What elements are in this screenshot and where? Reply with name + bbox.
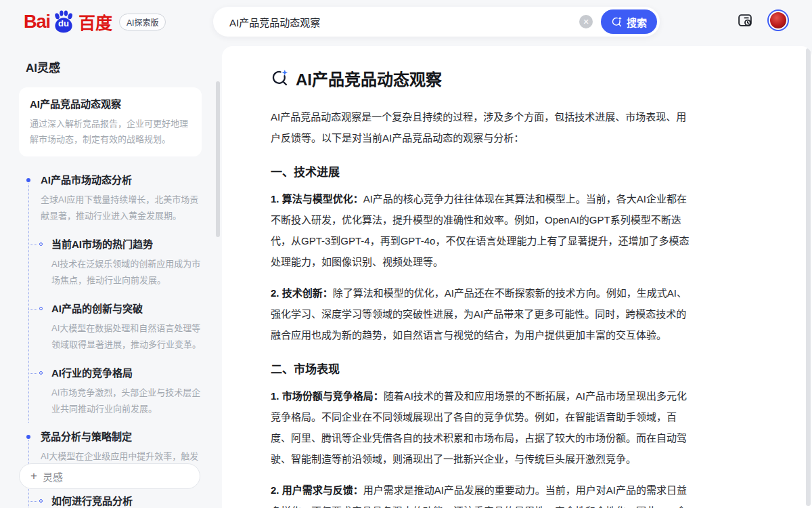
baidu-paw-icon: du	[51, 9, 76, 34]
bullet-hollow-icon	[39, 371, 43, 375]
avatar[interactable]	[767, 9, 789, 31]
sidebar-item-market-analysis[interactable]: AI产品市场动态分析 全球AI应用下载量持续增长，北美市场贡献显著，推动行业进入…	[19, 167, 202, 231]
node-title: 竞品分析与策略制定	[41, 429, 202, 444]
plus-icon: +	[30, 469, 37, 483]
add-inspiration-placeholder: 灵感	[43, 469, 63, 484]
tree-connector	[28, 309, 37, 310]
ai-search-sparkle-icon	[611, 16, 623, 28]
node-title: AI产品市场动态分析	[41, 173, 202, 188]
bullet-hollow-icon	[39, 499, 43, 503]
tree-connector	[28, 373, 37, 374]
header-tools	[736, 9, 789, 31]
search-button-label: 搜索	[627, 15, 647, 29]
sidebar-title: AI灵感	[26, 58, 202, 75]
tree-connector	[28, 245, 37, 245]
topbar: Bai du 百度 AI探索版 ✕ 搜索	[0, 0, 812, 43]
bullet-hollow-icon	[39, 242, 43, 246]
paragraph: 1. 算法与模型优化：AI产品的核心竞争力往往体现在其算法和模型上。当前，各大A…	[271, 188, 690, 272]
tree-connector	[28, 501, 37, 502]
bullet-hollow-icon	[39, 307, 43, 310]
node-desc: AI技术在泛娱乐领域的创新应用成为市场焦点，推动行业向前发展。	[51, 256, 202, 289]
clear-icon[interactable]: ✕	[579, 15, 593, 28]
article: AI产品竞品动态观察 AI产品竞品动态观察是一个复杂且持续的过程，涉及多个方面，…	[222, 46, 812, 508]
sidebar-item-innovation[interactable]: AI产品的创新与突破 AI大模型在数据处理和自然语言处理等领域取得显著进展，推动…	[39, 295, 202, 360]
bullet-filled-icon	[26, 178, 30, 182]
paragraph: 2. 技术创新：除了算法和模型的优化，AI产品还在不断探索新的技术方向。例如，生…	[271, 282, 690, 345]
sidebar-item-competition[interactable]: AI行业的竞争格局 AI市场竞争激烈，头部企业与技术层企业共同推动行业向前发展。	[39, 360, 202, 424]
paragraph-lead: 2. 用户需求与反馈：	[271, 484, 363, 496]
logo-text-cn: 百度	[78, 9, 112, 34]
paragraph-lead: 1. 市场份额与竞争格局：	[271, 390, 384, 402]
section-heading: 一、技术进展	[271, 163, 690, 179]
outline-tree: AI产品市场动态分析 全球AI应用下载量持续增长，北美市场贡献显著，推动行业进入…	[19, 167, 202, 508]
paragraph-text: 除了算法和模型的优化，AI产品还在不断探索新的技术方向。例如，生成式AI、强化学…	[271, 287, 687, 341]
logo-text-bai: Bai	[24, 12, 50, 33]
node-title: 如何进行竞品分析	[51, 494, 202, 508]
ai-explore-badge: AI探索版	[119, 14, 166, 30]
main-scrollbar[interactable]	[806, 48, 811, 506]
section-heading: 二、市场表现	[271, 360, 690, 377]
logo-text-du: du	[51, 18, 76, 28]
node-desc: AI市场竞争激烈，头部企业与技术层企业共同推动行业向前发展。	[51, 385, 202, 417]
paragraph-lead: 1. 算法与模型优化：	[271, 193, 363, 205]
node-desc: 全球AI应用下载量持续增长，北美市场贡献显著，推动行业进入黄金发展期。	[41, 192, 202, 224]
tree-group: AI产品市场动态分析 全球AI应用下载量持续增长，北美市场贡献显著，推动行业进入…	[19, 167, 202, 424]
add-inspiration-input[interactable]: + 灵感	[19, 463, 200, 489]
search-bar: ✕ 搜索	[213, 7, 660, 37]
node-title: AI产品的创新与突破	[51, 301, 202, 316]
sidebar: AI灵感 AI产品竞品动态观察 通过深入解析竞品报告，企业可更好地理解市场动态，…	[0, 43, 222, 508]
bullet-filled-icon	[26, 435, 30, 439]
paragraph: 1. 市场份额与竞争格局：随着AI技术的普及和应用场景的不断拓展，AI产品市场呈…	[271, 385, 690, 469]
avatar-image	[770, 12, 786, 28]
paragraph: 2. 用户需求与反馈：用户需求是推动AI产品发展的重要动力。当前，用户对AI产品…	[271, 480, 690, 508]
sidebar-item-selected[interactable]: AI产品竞品动态观察 通过深入解析竞品报告，企业可更好地理解市场动态，制定有效的…	[19, 87, 202, 156]
sidebar-scrollbar[interactable]	[216, 81, 220, 237]
node-title: AI行业的竞争格局	[51, 366, 202, 381]
page-title: AI产品竞品动态观察	[271, 66, 690, 90]
sidebar-item-how-to-analyze[interactable]: 如何进行竞品分析 通过数据挖掘和机器学习，全面分析竞品功能、体验和市场表现，优化…	[39, 488, 202, 508]
ai-search-sparkle-icon	[271, 69, 289, 87]
intro-paragraph: AI产品竞品动态观察是一个复杂且持续的过程，涉及多个方面，包括技术进展、市场表现…	[271, 106, 690, 148]
history-icon[interactable]	[736, 12, 754, 29]
node-title: 当前AI市场的热门趋势	[51, 237, 202, 252]
paragraph-lead: 2. 技术创新：	[271, 287, 333, 299]
page-title-text: AI产品竞品动态观察	[296, 66, 442, 90]
main-content: AI产品竞品动态观察 AI产品竞品动态观察是一个复杂且持续的过程，涉及多个方面，…	[222, 46, 812, 508]
node-desc: AI大模型在数据处理和自然语言处理等领域取得显著进展，推动多行业变革。	[51, 320, 202, 353]
sidebar-item-hot-trends[interactable]: 当前AI市场的热门趋势 AI技术在泛娱乐领域的创新应用成为市场焦点，推动行业向前…	[39, 231, 202, 295]
baidu-logo[interactable]: Bai du 百度 AI探索版	[24, 9, 166, 34]
selected-card-desc: 通过深入解析竞品报告，企业可更好地理解市场动态，制定有效的战略规划。	[30, 116, 191, 147]
search-button[interactable]: 搜索	[601, 9, 657, 34]
search-input[interactable]	[213, 16, 579, 28]
selected-card-title: AI产品竞品动态观察	[30, 96, 191, 110]
